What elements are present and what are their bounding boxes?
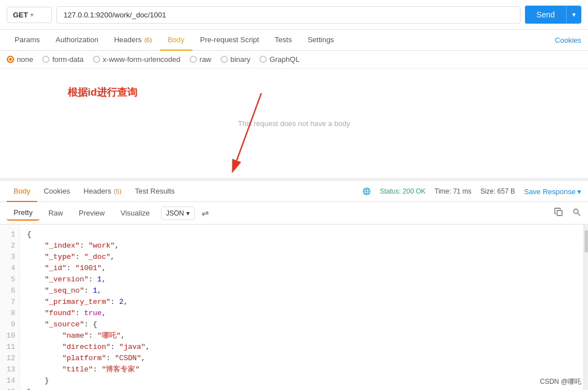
method-chevron-icon: ▾ (30, 12, 33, 18)
scrollbar[interactable] (583, 225, 588, 390)
radio-graphql-dot (259, 56, 267, 63)
radio-graphql-label: GraphQL (270, 55, 299, 64)
save-response-button[interactable]: Save Response ▾ (524, 187, 581, 196)
send-dropdown-button[interactable]: ▾ (566, 6, 581, 23)
json-line: } (27, 375, 577, 387)
json-line: "_source": { (27, 319, 577, 330)
wrap-icon[interactable]: ⇌ (201, 208, 209, 218)
request-tabs: Params Authorization Headers (6) Body Pr… (0, 30, 588, 51)
search-icon[interactable] (572, 208, 581, 218)
cookies-link[interactable]: Cookies (555, 30, 581, 50)
tab-tests[interactable]: Tests (267, 30, 299, 51)
fmt-tab-raw[interactable]: Raw (42, 206, 70, 220)
send-button[interactable]: Send (525, 6, 566, 24)
radio-none-dot (7, 56, 14, 63)
json-line: "found": true, (27, 308, 577, 319)
json-line: "platform": "CSDN", (27, 353, 577, 364)
json-line: { (27, 229, 577, 240)
radio-raw-label: raw (200, 55, 212, 64)
method-select[interactable]: GET ▾ (7, 7, 52, 23)
copy-icon[interactable] (554, 208, 563, 218)
url-bar: GET ▾ Send ▾ (0, 0, 588, 30)
headers-badge: (6) (144, 37, 151, 43)
fmt-tab-preview[interactable]: Preview (72, 206, 111, 220)
json-body: 12345 678910 1112131415 { "_index": "wor… (0, 225, 588, 390)
request-body-area: This request does not have a body 根据id进行… (0, 69, 588, 181)
tab-pre-request[interactable]: Pre-request Script (192, 30, 267, 51)
annotation-text: 根据id进行查询 (68, 86, 137, 99)
radio-binary[interactable]: binary (221, 55, 250, 64)
radio-binary-dot (221, 56, 228, 63)
tab-params[interactable]: Params (7, 30, 48, 51)
radio-none[interactable]: none (7, 55, 33, 64)
status-ok-badge: Status: 200 OK (380, 187, 425, 195)
watermark: CSDN @哪吒 (540, 377, 581, 387)
body-type-selector: none form-data x-www-form-urlencoded raw… (0, 51, 588, 69)
json-format-select[interactable]: JSON ▾ (161, 207, 195, 220)
radio-graphql[interactable]: GraphQL (259, 55, 299, 64)
json-line: "_seq_no": 1, (27, 285, 577, 297)
tab-settings[interactable]: Settings (300, 30, 342, 51)
response-status: 🌐 Status: 200 OK Time: 71 ms Size: 657 B… (362, 187, 581, 196)
json-format-chevron: ▾ (186, 209, 190, 217)
json-line: "direction": "java", (27, 342, 577, 353)
fmt-tab-visualize[interactable]: Visualize (114, 206, 156, 220)
svg-rect-2 (557, 210, 562, 216)
radio-form-data-dot (42, 56, 50, 63)
radio-raw[interactable]: raw (190, 55, 212, 64)
radio-urlencoded-label: x-www-form-urlencoded (103, 55, 181, 64)
json-line: "name": "哪吒", (27, 330, 577, 342)
radio-urlencoded-dot (93, 56, 100, 63)
format-tabs: Pretty Raw Preview Visualize JSON ▾ ⇌ (0, 202, 588, 225)
radio-binary-label: binary (231, 55, 250, 64)
send-button-group: Send ▾ (525, 6, 581, 24)
radio-raw-dot (190, 56, 197, 63)
radio-form-data-label: form-data (52, 55, 84, 64)
svg-line-4 (578, 213, 580, 216)
method-label: GET (13, 11, 28, 19)
tab-body[interactable]: Body (160, 30, 192, 51)
time-display: Time: 71 ms (434, 187, 472, 195)
json-line: "_version": 1, (27, 274, 577, 285)
response-tabs: Body Cookies Headers (5) Test Results 🌐 … (0, 181, 588, 202)
radio-urlencoded[interactable]: x-www-form-urlencoded (93, 55, 181, 64)
json-line: "_index": "work", (27, 240, 577, 252)
json-content: { "_index": "work", "_type": "_doc", "_i… (20, 225, 583, 390)
json-line: } (27, 387, 577, 390)
scrollbar-thumb (585, 230, 588, 253)
line-numbers: 12345 678910 1112131415 (0, 225, 20, 390)
globe-icon: 🌐 (362, 187, 371, 195)
json-line: "_primary_term": 2, (27, 297, 577, 308)
radio-none-label: none (17, 55, 33, 64)
save-response-chevron: ▾ (577, 187, 581, 196)
size-display: Size: 657 B (481, 187, 515, 195)
tab-headers[interactable]: Headers (6) (106, 30, 160, 51)
resp-tab-body[interactable]: Body (7, 181, 37, 202)
url-input[interactable] (56, 6, 520, 24)
response-section: Body Cookies Headers (5) Test Results 🌐 … (0, 181, 588, 390)
json-line: "_id": "1001", (27, 263, 577, 274)
resp-headers-badge: (5) (114, 188, 121, 195)
json-line: "_type": "_doc", (27, 252, 577, 263)
resp-tab-test-results[interactable]: Test Results (128, 181, 182, 202)
json-line: "title": "博客专家" (27, 364, 577, 375)
tab-authorization[interactable]: Authorization (48, 30, 106, 51)
no-body-message: This request does not have a body (238, 119, 350, 128)
fmt-tab-pretty[interactable]: Pretty (7, 205, 39, 221)
svg-point-3 (574, 209, 578, 214)
resp-tab-cookies[interactable]: Cookies (37, 181, 77, 202)
radio-form-data[interactable]: form-data (42, 55, 84, 64)
json-format-label: JSON (166, 209, 184, 217)
resp-tab-headers[interactable]: Headers (5) (77, 181, 128, 202)
